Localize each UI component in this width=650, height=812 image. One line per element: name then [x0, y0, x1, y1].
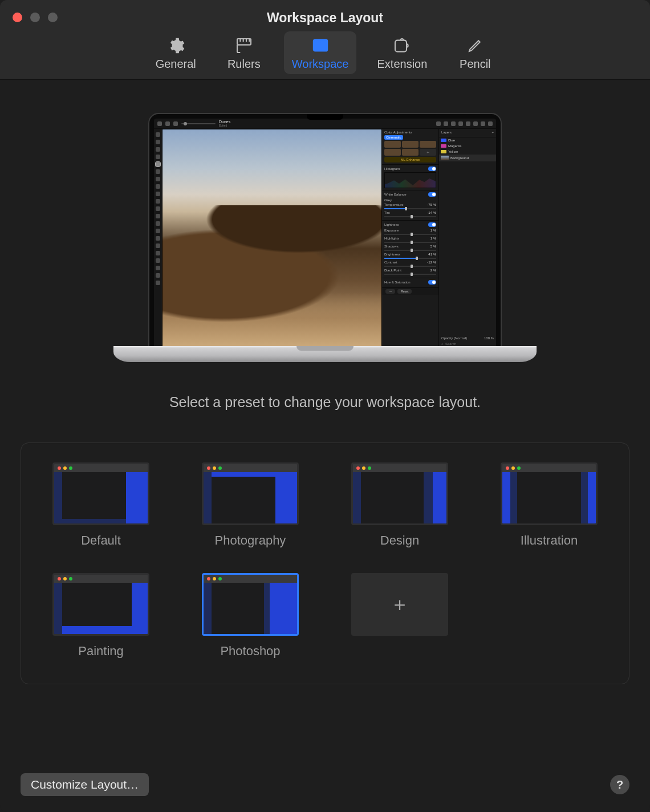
preview-file-status: Edited	[219, 124, 230, 127]
plus-icon: ＋	[390, 591, 409, 618]
tab-extension-label: Extension	[377, 58, 427, 71]
window-title: Workspace Layout	[0, 0, 650, 26]
preview-preset-select: Cinematic	[384, 135, 403, 140]
preview-section-hue-sat: Hue & Saturation	[384, 281, 411, 284]
preset-design-label: Design	[380, 533, 419, 548]
preview-section-color-adjustments: Color Adjustments	[384, 131, 412, 134]
preferences-window: Workspace Layout General Rulers Workspac…	[0, 0, 650, 812]
preview-blackpoint-label: Black Point	[384, 269, 401, 272]
preview-section-white-balance: White Balance	[384, 193, 407, 196]
preset-photoshop[interactable]: Photoshop	[190, 573, 311, 659]
help-button[interactable]: ?	[610, 775, 629, 794]
traffic-lights	[13, 13, 58, 22]
preview-contrast-label: Contrast	[384, 261, 397, 264]
ruler-icon	[234, 36, 254, 55]
tab-pencil[interactable]: Pencil	[448, 31, 502, 74]
tab-general[interactable]: General	[148, 31, 204, 74]
preset-default[interactable]: Default	[40, 462, 161, 548]
preview-ml-enhance: ML Enhance	[384, 157, 436, 163]
preview-opacity-label: Opacity (Normal)	[441, 336, 467, 340]
preview-brightness-value: 41 %	[428, 253, 436, 256]
preview-layer-yellow: Yellow	[448, 150, 458, 153]
pencil-icon	[465, 36, 485, 55]
svg-point-4	[320, 40, 321, 42]
footer: Customize Layout… ?	[21, 773, 629, 796]
preview-highlights-label: Highlights	[384, 237, 399, 240]
add-preset-button[interactable]: ＋	[339, 573, 460, 659]
preview-file-name: Dunes	[219, 120, 230, 124]
preview-tint-label: Tint	[384, 211, 390, 214]
preview-canvas	[162, 129, 382, 347]
preview-section-histogram: Histogram	[384, 167, 400, 170]
preset-illustration[interactable]: Illustration	[489, 462, 610, 548]
preview-opacity-value: 100 %	[484, 336, 494, 340]
tab-general-label: General	[156, 58, 196, 71]
workspace-preview-area: Dunes Edited	[0, 80, 650, 411]
tab-extension[interactable]: Extension	[369, 31, 435, 74]
preview-contrast-value: -12 %	[427, 261, 436, 264]
preview-layer-magenta: Magenta	[448, 144, 461, 148]
preview-shadows-label: Shadows	[384, 245, 399, 248]
preset-default-label: Default	[81, 533, 121, 548]
preview-blackpoint-value: 2 %	[430, 269, 436, 272]
preview-highlights-value: 1 %	[430, 237, 436, 240]
instruction-text: Select a preset to change your workspace…	[169, 394, 481, 411]
preview-exposure-label: Exposure	[384, 229, 399, 232]
tab-workspace[interactable]: Workspace	[284, 31, 357, 74]
preview-temperature-value: -75 %	[427, 203, 436, 206]
search-icon: ⌕	[441, 342, 444, 346]
extension-icon	[392, 36, 412, 55]
preview-exposure-value: 1 %	[430, 229, 436, 232]
preview-layer-background: Background	[450, 156, 469, 160]
preset-design[interactable]: Design	[339, 462, 460, 548]
preview-brightness-label: Brightness	[384, 253, 400, 256]
preview-app-window: Dunes Edited	[154, 119, 496, 347]
preset-photography-label: Photography	[215, 533, 286, 548]
preview-temperature-label: Temperature	[384, 203, 404, 206]
customize-layout-button[interactable]: Customize Layout…	[21, 773, 149, 796]
zoom-window-button[interactable]	[48, 13, 58, 22]
tab-rulers[interactable]: Rulers	[217, 31, 271, 74]
laptop-preview: Dunes Edited	[113, 113, 537, 362]
svg-point-3	[318, 40, 319, 42]
preset-photoshop-label: Photoshop	[220, 644, 280, 659]
preferences-tabbar: General Rulers Workspace Extension	[0, 31, 650, 74]
preview-tint-value: -14 %	[427, 211, 436, 214]
close-window-button[interactable]	[13, 13, 22, 22]
preset-painting-label: Painting	[78, 644, 124, 659]
preview-layer-blue: Blue	[448, 139, 455, 142]
tab-workspace-label: Workspace	[292, 58, 349, 71]
preset-list: Default Photography	[21, 442, 629, 684]
preset-painting[interactable]: Painting	[40, 573, 161, 659]
svg-point-2	[315, 40, 316, 42]
tab-pencil-label: Pencil	[460, 58, 490, 71]
preview-section-lightness: Lightness	[384, 223, 399, 226]
titlebar: Workspace Layout General Rulers Workspac…	[0, 0, 650, 80]
preview-shadows-value: 5 %	[430, 245, 436, 248]
preview-section-layers: Layers	[441, 131, 452, 134]
preview-wb-grey: Grey	[384, 198, 392, 202]
gear-icon	[166, 36, 185, 55]
preset-illustration-label: Illustration	[521, 533, 578, 548]
preview-tool-column	[154, 129, 162, 347]
window-icon	[311, 36, 330, 55]
preview-search-placeholder: Search	[445, 342, 456, 346]
tab-rulers-label: Rulers	[228, 58, 261, 71]
minimize-window-button[interactable]	[30, 13, 40, 22]
preview-reset-button: Reset	[397, 289, 412, 294]
preset-photography[interactable]: Photography	[190, 462, 311, 548]
